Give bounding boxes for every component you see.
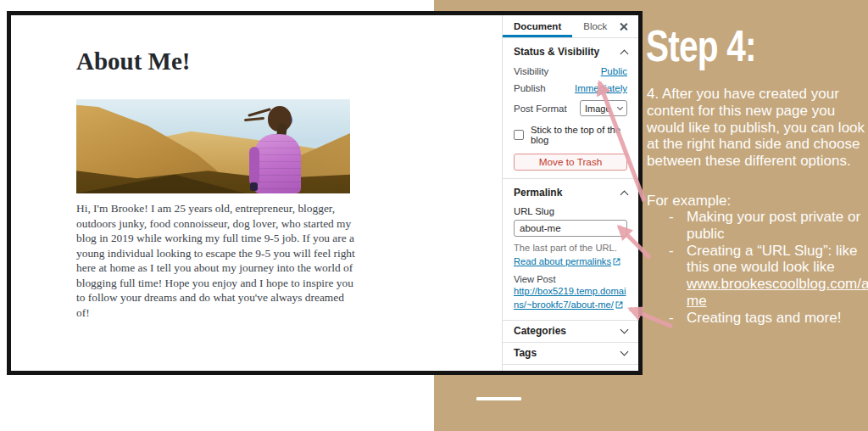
status-visibility-title: Status & Visibility [514, 46, 599, 58]
bullet-url-slug: -Creating a “URL Slug”: like this one wo… [647, 243, 865, 310]
bullet-text: Making your post private or public [687, 209, 860, 242]
page-body-paragraph: Hi, I'm Brooke! I am 25 years old, entre… [76, 201, 358, 320]
view-post-url: http://box5219.temp.domains/~brookfc7/ab… [514, 285, 627, 311]
bullet-dash: - [669, 243, 674, 260]
external-link-icon [615, 301, 623, 309]
permalink-header[interactable]: Permalink [514, 185, 627, 200]
publish-value-link[interactable]: Immediately [575, 83, 627, 93]
section-featured-image-label: Featured Image [514, 369, 589, 375]
chevron-up-icon [620, 49, 629, 58]
step-intro-paragraph: 4. After you have created your content f… [647, 86, 868, 170]
bullet-tags: -Creating tags and more! [647, 310, 865, 327]
page-title: About Me! [76, 48, 191, 76]
section-categories-label: Categories [514, 325, 566, 337]
bullet-dash: - [669, 310, 674, 327]
visibility-row: Visibility Public [514, 66, 627, 76]
publish-row: Publish Immediately [514, 83, 627, 93]
hiker-jacket [254, 134, 301, 193]
bullet-text: Creating a “URL Slug”: like this one wou… [687, 243, 858, 276]
chevron-down-icon [620, 326, 629, 334]
step-heading: Step 4: [646, 20, 756, 71]
section-featured-image[interactable]: Featured Image [503, 365, 638, 375]
permalink-section: Permalink URL Slug The last part of the … [503, 179, 638, 321]
view-post-label: View Post [514, 274, 627, 284]
post-format-value: Image [585, 104, 611, 114]
visibility-value-link[interactable]: Public [601, 66, 627, 76]
post-format-row: Post Format Image [514, 100, 627, 116]
bullet-private-public: -Making your post private or public [647, 209, 865, 243]
status-visibility-section: Status & Visibility Visibility Public Pu… [503, 38, 638, 179]
move-to-trash-button[interactable]: Move to Trash [514, 154, 627, 171]
chevron-up-icon [620, 190, 629, 199]
section-tags-label: Tags [514, 347, 537, 359]
chevron-down-icon [620, 348, 629, 356]
bullet-example-url: www.brookescoolblog.com/about-me [687, 276, 868, 309]
chevron-down-icon [620, 370, 629, 375]
for-example-label: For example: [647, 193, 731, 210]
sticky-checkbox-row: Stick to the top of the blog [514, 125, 627, 145]
chevron-down-icon [617, 104, 623, 110]
post-format-select[interactable]: Image [580, 100, 627, 116]
post-format-label: Post Format [514, 104, 567, 114]
bullet-text: Creating tags and more! [687, 310, 841, 326]
permalink-help-prefix: The last part of the URL. [514, 243, 617, 253]
permalink-help-text: The last part of the URL. Read about per… [514, 242, 627, 268]
close-icon[interactable] [620, 22, 628, 31]
example-bullet-list: -Making your post private or public -Cre… [647, 209, 865, 327]
permalink-title: Permalink [514, 187, 562, 199]
external-link-icon [613, 258, 620, 266]
photo-hiker [249, 106, 305, 193]
view-post-url-link[interactable]: http://box5219.temp.domains/~brookfc7/ab… [514, 286, 626, 310]
hiker-arm [249, 147, 259, 186]
sticky-checkbox-label: Stick to the top of the blog [531, 125, 627, 145]
sticky-checkbox[interactable] [514, 130, 524, 140]
visibility-label: Visibility [514, 66, 548, 76]
url-slug-label: URL Slug [514, 206, 627, 216]
section-tags[interactable]: Tags [503, 343, 638, 365]
status-visibility-header[interactable]: Status & Visibility [514, 44, 627, 59]
wordpress-screenshot-frame: About Me! Hi, I'm Brooke! I am 25 years … [7, 11, 643, 375]
slide-progress-dash [476, 397, 521, 400]
read-about-permalinks-link[interactable]: Read about permalinks [514, 256, 611, 266]
section-categories[interactable]: Categories [503, 321, 638, 343]
sidebar-tabs: Document Block [503, 15, 638, 38]
bullet-dash: - [669, 209, 674, 226]
hiker-glove [250, 182, 258, 191]
publish-label: Publish [514, 83, 546, 93]
tutorial-slide: About Me! Hi, I'm Brooke! I am 25 years … [0, 0, 868, 431]
blog-hero-image [76, 99, 350, 193]
tab-document[interactable]: Document [503, 15, 572, 37]
url-slug-input[interactable] [514, 220, 627, 237]
settings-sidebar: Document Block Status & Visibility Visib… [502, 15, 638, 371]
tab-block[interactable]: Block [572, 15, 618, 37]
